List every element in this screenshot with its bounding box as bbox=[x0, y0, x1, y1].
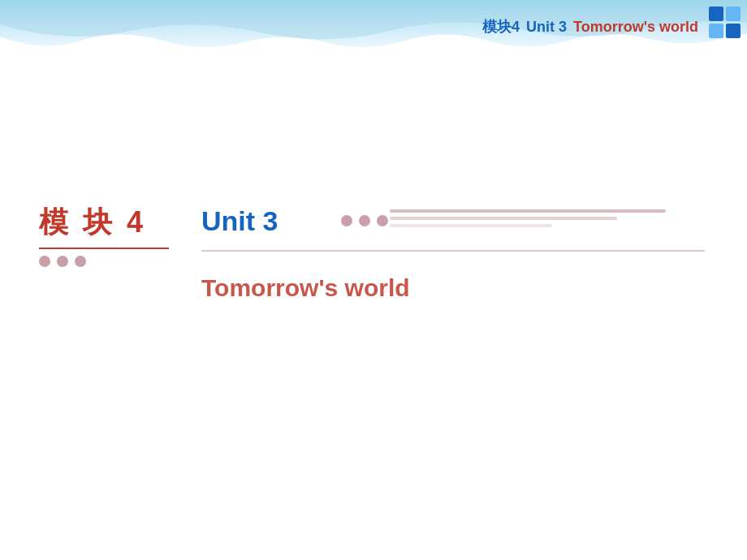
dot-left-3 bbox=[75, 256, 86, 267]
subtitle-label: Tomorrow's world bbox=[201, 274, 410, 302]
grid-square-4 bbox=[726, 24, 741, 38]
line-right-1 bbox=[390, 209, 666, 213]
module-chinese-label: 模 块 4 bbox=[39, 203, 146, 243]
grid-square-1 bbox=[709, 6, 723, 21]
dots-right bbox=[341, 215, 388, 226]
header-unit-label: Unit 3 bbox=[526, 19, 567, 36]
dot-right-1 bbox=[341, 215, 352, 226]
dot-right-3 bbox=[377, 215, 388, 226]
header-bar: 模块4 Unit 3 Tomorrow's world bbox=[482, 0, 747, 54]
lines-right-decoration bbox=[390, 209, 666, 227]
main-divider bbox=[201, 250, 705, 252]
dot-right-2 bbox=[359, 215, 370, 226]
dots-left bbox=[39, 256, 86, 267]
dot-left-1 bbox=[39, 256, 50, 267]
header-module-label: 模块4 bbox=[482, 17, 520, 37]
unit-label: Unit 3 bbox=[201, 205, 278, 237]
line-right-2 bbox=[390, 217, 617, 220]
grid-squares-decoration bbox=[709, 6, 741, 38]
line-right-3 bbox=[390, 224, 552, 227]
header-title-label: Tomorrow's world bbox=[573, 19, 698, 36]
grid-square-2 bbox=[726, 6, 741, 21]
dot-left-2 bbox=[57, 256, 68, 267]
grid-square-3 bbox=[709, 24, 723, 38]
divider-left bbox=[39, 248, 169, 249]
